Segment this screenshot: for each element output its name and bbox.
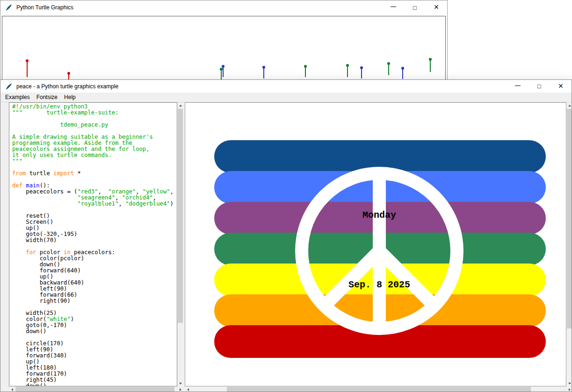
bg-maximize-button[interactable]: □: [404, 0, 426, 14]
peace-symbol: [185, 103, 566, 386]
menubar: Examples Fontsize Help: [0, 93, 572, 102]
app-icon: [5, 4, 13, 11]
code-vertical-scrollbar[interactable]: [177, 102, 183, 386]
menu-item-examples[interactable]: Examples: [2, 93, 33, 102]
arrow-down-icon: [179, 383, 182, 385]
main-window-title: peace - a Python turtle graphics example: [16, 83, 118, 90]
maximize-icon: □: [537, 83, 541, 89]
main-minimize-button[interactable]: —: [507, 80, 529, 93]
arrow-up-icon: [568, 105, 571, 107]
arrow-right-icon: [180, 388, 181, 391]
peace-demo-window: peace - a Python turtle graphics example…: [0, 79, 572, 392]
canvas-horizontal-scrollbar[interactable]: [185, 386, 572, 392]
code-horizontal-scrollbar[interactable]: [9, 386, 183, 392]
bg-close-button[interactable]: ×: [426, 0, 447, 14]
scroll-left-button[interactable]: [185, 386, 191, 392]
scroll-up-button[interactable]: [177, 102, 183, 108]
arrow-left-icon: [187, 388, 189, 391]
scroll-right-button[interactable]: [177, 386, 183, 392]
close-icon: ×: [558, 82, 564, 90]
code-hscroll-thumb[interactable]: [15, 387, 174, 392]
arrow-up-icon: [179, 105, 182, 107]
minimize-icon: —: [391, 4, 396, 9]
scroll-left-button[interactable]: [9, 386, 15, 392]
main-maximize-button[interactable]: □: [529, 80, 550, 93]
peace-diagonal-right: [379, 251, 434, 306]
peace-diagonal-left: [325, 251, 379, 306]
canvas-text-weekday: Monday: [362, 210, 396, 221]
bg-titlebar[interactable]: Python Turtle Graphics — □ ×: [0, 0, 447, 14]
main-titlebar[interactable]: peace - a Python turtle graphics example…: [0, 80, 572, 93]
app-icon: [5, 83, 13, 90]
code-lines: #!/usr/bin/env python3""" turtle-example…: [12, 104, 177, 386]
arrow-left-icon: [11, 388, 13, 391]
canvas-vscroll-thumb[interactable]: [567, 109, 572, 328]
canvas-vertical-scrollbar[interactable]: [566, 102, 572, 386]
close-icon: ×: [434, 3, 439, 11]
menu-item-help[interactable]: Help: [61, 93, 79, 102]
canvas-hscroll-thumb[interactable]: [227, 387, 531, 392]
code-editor[interactable]: #!/usr/bin/env python3""" turtle-example…: [9, 102, 177, 386]
scroll-up-button[interactable]: [566, 102, 572, 108]
turtle-canvas[interactable]: Monday Sep. 8 2025: [185, 102, 566, 386]
minimize-icon: —: [515, 83, 521, 88]
menu-item-fontsize[interactable]: Fontsize: [33, 93, 61, 102]
arrow-right-icon: [569, 388, 571, 391]
scroll-right-button[interactable]: [566, 386, 572, 392]
scroll-down-button[interactable]: [177, 380, 183, 386]
main-close-button[interactable]: ×: [550, 80, 572, 93]
bg-window-title: Python Turtle Graphics: [16, 4, 73, 11]
canvas-text-date: Sep. 8 2025: [348, 279, 410, 290]
code-vscroll-thumb[interactable]: [178, 109, 183, 323]
bg-minimize-button[interactable]: —: [383, 0, 404, 14]
maximize-icon: □: [413, 5, 417, 11]
arrow-down-icon: [568, 383, 571, 385]
scroll-down-button[interactable]: [566, 380, 572, 386]
